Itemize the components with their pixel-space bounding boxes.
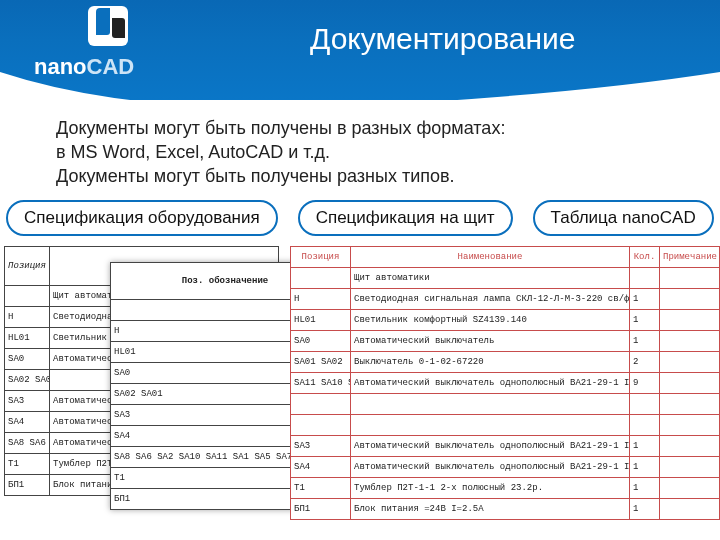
table-row: HСветодиодная сигнальная лампа СКЛ-12-Л-… <box>291 289 720 310</box>
table-row: SA01 SA02Выключатель 0-1-02-672202 <box>291 352 720 373</box>
tables-area: Позиция Наименование и техн… Щит автомат… <box>4 246 718 534</box>
th-r-count: Кол. <box>630 247 660 268</box>
page-title: Документирование <box>310 22 576 56</box>
header-curve <box>0 72 720 118</box>
th-r-note: Примечание <box>660 247 720 268</box>
table-row: T1Тумблер П2Т-1-1 2-х полюсный 23.2р.1 <box>291 478 720 499</box>
th-pos: Позиция <box>5 247 50 286</box>
th-r-pos: Позиция <box>291 247 351 268</box>
table-row <box>291 394 720 415</box>
body-line3: Документы могут быть получены разных тип… <box>56 164 680 188</box>
pill-spec-shield[interactable]: Спецификация на щит <box>298 200 513 236</box>
table-row: SA11 SA10 SA2 SA6 SA1 SA5 SA9 SA8 SA7Авт… <box>291 373 720 394</box>
body-text: Документы могут быть получены в разных ф… <box>56 116 680 188</box>
table-row: Щит автоматики <box>291 268 720 289</box>
body-line2: в MS Word, Excel, AutoCAD и т.д. <box>56 140 680 164</box>
table-row <box>291 415 720 436</box>
pill-spec-equipment[interactable]: Спецификация оборудования <box>6 200 278 236</box>
pill-nanocad-table[interactable]: Таблица nanoCAD <box>533 200 714 236</box>
body-line1: Документы могут быть получены в разных ф… <box>56 116 680 140</box>
header-bar: nanoCAD Документирование <box>0 0 720 100</box>
pill-row: Спецификация оборудования Спецификация н… <box>6 200 714 236</box>
th-r-name: Наименование <box>351 247 630 268</box>
table-row: SA3Автоматический выключатель однополюсн… <box>291 436 720 457</box>
table-row: БП1Блок питания =24В I=2.5А1 <box>291 499 720 520</box>
table-row: SA0Автоматический выключатель1 <box>291 331 720 352</box>
table-right: Позиция Наименование Кол. Примечание Щит… <box>290 246 720 520</box>
slide: nanoCAD Документирование Документы могут… <box>0 0 720 540</box>
table-row: HL01Светильник комфортный SZ4139.1401 <box>291 310 720 331</box>
table-row: SA4Автоматический выключатель однополюсн… <box>291 457 720 478</box>
